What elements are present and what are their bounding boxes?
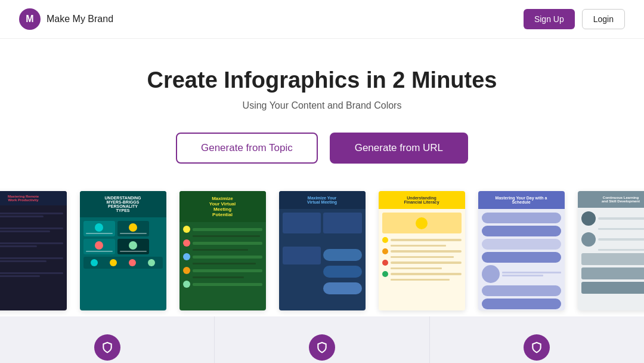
infographic-5: Maximize YourVirtual Meeting (279, 191, 366, 310)
gallery-inner: Mastering EmailCommunication (0, 191, 644, 310)
hero-section: Create Infographics in 2 Minutes Using Y… (0, 39, 644, 185)
brand: M Make My Brand (19, 8, 113, 30)
infographic-7: Mastering Your Day with aSchedule (478, 191, 565, 310)
list-item[interactable]: MaximizeYour VirtualMeetingPotential (179, 191, 266, 310)
list-item[interactable]: Mastering RemoteWork Productivity (0, 191, 67, 310)
generate-topic-button[interactable]: Generate from Topic (176, 133, 318, 164)
hero-title: Create Infographics in 2 Minutes (12, 67, 632, 93)
infographic-3: UNDERSTANDINGMYERS-BRIGGSPERSONALITYTYPE… (80, 191, 166, 310)
repurpose-icon (94, 334, 120, 361)
hero-buttons: Generate from Topic Generate from URL (12, 133, 632, 164)
signup-button[interactable]: Sign Up (524, 9, 575, 29)
hero-subtitle: Using Your Content and Brand Colors (12, 100, 632, 111)
infographic-6: UnderstandingFinancial Literacy (379, 191, 465, 310)
nav-actions: Sign Up Login (524, 9, 625, 29)
generate-url-button[interactable]: Generate from URL (330, 133, 468, 164)
list-item[interactable]: Maximize YourVirtual Meeting (279, 191, 366, 310)
infographic-8: Continuous Learningand Skill Development (578, 191, 645, 310)
navbar: M Make My Brand Sign Up Login (0, 0, 644, 39)
brand-logo: M (19, 8, 41, 30)
feature-repurpose: Repurpose Your Blog Posts (0, 316, 215, 363)
infographic-2: Mastering RemoteWork Productivity (0, 191, 67, 310)
list-item[interactable]: Mastering Your Day with aSchedule (478, 191, 565, 310)
ideas-icon (309, 334, 335, 361)
feature-design: No Design Chops? (430, 316, 644, 363)
list-item[interactable]: UNDERSTANDINGMYERS-BRIGGSPERSONALITYTYPE… (80, 191, 166, 310)
brand-name: Make My Brand (47, 14, 113, 24)
gallery-section: Mastering EmailCommunication (0, 185, 644, 316)
login-button[interactable]: Login (582, 9, 625, 29)
features-section: Repurpose Your Blog Posts Short on Ideas… (0, 316, 644, 363)
list-item[interactable]: Continuous Learningand Skill Development (578, 191, 645, 310)
infographic-4: MaximizeYour VirtualMeetingPotential (179, 191, 266, 310)
design-icon (524, 334, 550, 361)
feature-ideas: Short on Ideas for Visual Content? (215, 316, 429, 363)
list-item[interactable]: UnderstandingFinancial Literacy (379, 191, 465, 310)
